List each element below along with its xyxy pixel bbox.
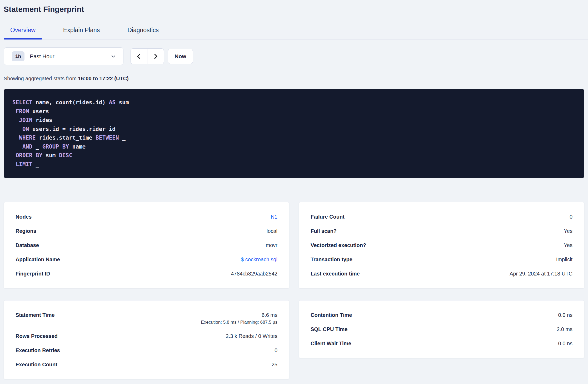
row-value: Yes (564, 228, 572, 234)
info-row: Failure Count0 (311, 210, 572, 224)
sql-line: FROM users (12, 107, 576, 116)
row-value-wrap: 0.0 ns (558, 341, 572, 347)
row-value-wrap: 0.0 ns (558, 312, 572, 318)
interval-nav-group: Now (131, 48, 193, 64)
row-value: 2.0 ms (557, 326, 572, 332)
row-label: Contention Time (311, 312, 352, 318)
row-value-wrap: Implicit (556, 257, 572, 263)
info-row: Contention Time0.0 ns (311, 308, 572, 322)
row-value-wrap: 25 (272, 362, 277, 368)
row-value-wrap: 2.3 k Reads / 0 Writes (226, 333, 277, 339)
sql-line: JOIN rides (12, 116, 576, 125)
row-value: 2.3 k Reads / 0 Writes (226, 333, 277, 339)
row-label: Nodes (16, 214, 32, 220)
info-row: Databasemovr (16, 238, 277, 252)
statement-details-card: NodesN1RegionslocalDatabasemovrApplicati… (4, 202, 289, 288)
info-row: Execution Retries0 (16, 343, 277, 357)
row-label: Transaction type (311, 257, 352, 263)
info-row: Rows Processed2.3 k Reads / 0 Writes (16, 329, 277, 343)
interval-label: Past Hour (30, 53, 111, 60)
row-value: 0 (570, 214, 572, 220)
row-value-wrap: Yes (564, 242, 572, 248)
row-value-wrap: $ cockroach sql (241, 257, 277, 263)
interval-badge: 1h (12, 51, 24, 61)
info-row: Transaction typeImplicit (311, 252, 572, 267)
info-row: NodesN1 (16, 210, 277, 224)
row-value-wrap: movr (266, 242, 277, 248)
row-value-wrap: 0 (570, 214, 572, 220)
time-controls: 1h Past Hour Now (4, 47, 584, 65)
sql-statement-box: SELECT name, count(rides.id) AS sum FROM… (4, 89, 584, 178)
row-value-wrap: 4784cb829aab2542 (231, 271, 277, 277)
row-value: 0 (275, 347, 277, 353)
row-value: 0.0 ns (558, 341, 572, 347)
chevron-down-icon (111, 53, 116, 59)
row-label: Failure Count (311, 214, 345, 220)
row-label: Statement Time (16, 308, 55, 322)
execution-attributes-card: Failure Count0Full scan?YesVectorized ex… (299, 202, 584, 288)
info-row: Fingerprint ID4784cb829aab2542 (16, 267, 277, 281)
chevron-left-icon (136, 53, 142, 60)
tab-explain-plans[interactable]: Explain Plans (57, 25, 106, 39)
tab-overview[interactable]: Overview (4, 25, 42, 39)
row-label: Last execution time (311, 271, 360, 277)
row-label: Application Name (16, 257, 60, 263)
summary-cards: NodesN1RegionslocalDatabasemovrApplicati… (4, 202, 584, 379)
row-value: 4784cb829aab2542 (231, 271, 277, 277)
row-value: movr (266, 242, 277, 248)
info-row: Application Name$ cockroach sql (16, 252, 277, 267)
tab-diagnostics[interactable]: Diagnostics (121, 25, 165, 39)
row-value: Apr 29, 2024 at 17:18 UTC (510, 271, 572, 277)
info-row: Regionslocal (16, 224, 277, 238)
time-interval-dropdown[interactable]: 1h Past Hour (4, 47, 123, 65)
row-value-wrap: 0 (275, 347, 277, 353)
next-interval-button[interactable] (147, 49, 164, 64)
row-value: 0.0 ns (558, 312, 572, 318)
row-value-wrap: 2.0 ms (557, 326, 572, 332)
row-label: Regions (16, 228, 36, 234)
row-label: Database (16, 242, 39, 248)
statement-times-card: Statement Time6.6 msExecution: 5.8 ms / … (4, 300, 289, 379)
row-label: Execution Count (16, 362, 57, 368)
row-value-wrap: Yes (564, 228, 572, 234)
row-value: Implicit (556, 257, 572, 263)
info-row: Statement Time6.6 msExecution: 5.8 ms / … (16, 308, 277, 325)
now-button[interactable]: Now (168, 49, 193, 64)
interval-arrow-buttons (131, 48, 164, 64)
row-label: Rows Processed (16, 333, 58, 339)
prev-interval-button[interactable] (131, 49, 147, 64)
row-value-link[interactable]: N1 (271, 214, 277, 220)
row-value: 25 (272, 362, 277, 368)
stats-summary-prefix: Showing aggregated stats from (4, 76, 78, 81)
row-value: Yes (564, 242, 572, 248)
row-label: Fingerprint ID (16, 271, 50, 277)
resource-times-card: Contention Time0.0 nsSQL CPU Time2.0 msC… (299, 300, 584, 358)
row-label: SQL CPU Time (311, 326, 347, 332)
sql-line: AND _ GROUP BY name (12, 142, 576, 151)
row-value-wrap: Apr 29, 2024 at 17:18 UTC (510, 271, 572, 277)
tab-bar: OverviewExplain PlansDiagnostics (4, 25, 588, 40)
info-row: Execution Count25 (16, 357, 277, 372)
row-value-wrap: local (267, 228, 277, 234)
stats-summary-range: 16:00 to 17:22 (UTC) (78, 76, 128, 81)
page-title: Statement Fingerprint (4, 0, 584, 14)
row-label: Vectorized execution? (311, 242, 366, 248)
sql-line: WHERE rides.start_time BETWEEN _ (12, 134, 576, 142)
row-value-link[interactable]: $ cockroach sql (241, 257, 277, 263)
sql-line: LIMIT _ (12, 160, 576, 169)
row-value-wrap: 6.6 msExecution: 5.8 ms / Planning: 687.… (201, 308, 277, 325)
statement-fingerprint-page: Statement Fingerprint OverviewExplain Pl… (0, 0, 588, 379)
sql-line: ORDER BY sum DESC (12, 151, 576, 160)
info-row: SQL CPU Time2.0 ms (311, 322, 572, 336)
info-row: Vectorized execution?Yes (311, 238, 572, 252)
info-row: Last execution timeApr 29, 2024 at 17:18… (311, 267, 572, 281)
row-subvalue: Execution: 5.8 ms / Planning: 687.5 µs (201, 319, 277, 325)
row-label: Full scan? (311, 228, 337, 234)
info-row: Full scan?Yes (311, 224, 572, 238)
row-label: Client Wait Time (311, 341, 351, 347)
stats-summary: Showing aggregated stats from 16:00 to 1… (4, 75, 584, 82)
sql-line: ON users.id = rides.rider_id (12, 125, 576, 134)
row-label: Execution Retries (16, 347, 60, 353)
sql-line: SELECT name, count(rides.id) AS sum (12, 98, 576, 107)
info-row: Client Wait Time0.0 ns (311, 336, 572, 351)
